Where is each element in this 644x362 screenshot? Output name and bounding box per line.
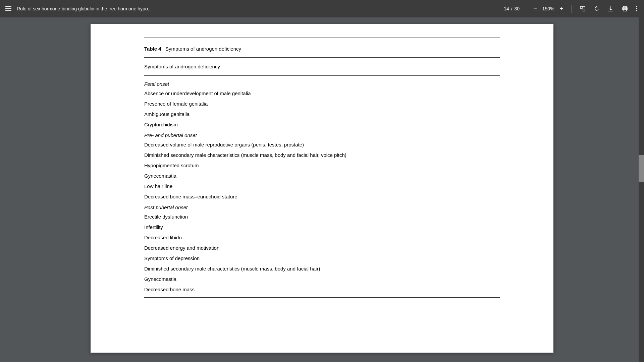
page-separator: / — [511, 6, 513, 11]
table-label: Table 4 — [144, 46, 161, 52]
list-item: Decreased bone mass–eunuchoid stature — [144, 191, 500, 202]
section-heading-post-pubertal: Post pubertal onset — [144, 202, 500, 212]
list-item: Gynecomastia — [144, 171, 500, 181]
toolbar: Role of sex hormone-binding globulin in … — [0, 0, 644, 17]
list-item: Hypopigmented scrotum — [144, 160, 500, 171]
print-button[interactable] — [619, 4, 631, 13]
list-item: Symptoms of depression — [144, 253, 500, 263]
svg-point-10 — [636, 6, 637, 7]
list-item: Presence of female genitalia — [144, 99, 500, 109]
svg-rect-7 — [623, 9, 627, 11]
document-title: Role of sex hormone-binding globulin in … — [17, 6, 500, 11]
svg-rect-1 — [583, 9, 585, 11]
svg-point-11 — [636, 8, 637, 9]
more-options-button[interactable] — [633, 4, 640, 13]
svg-marker-4 — [596, 6, 598, 7]
table-title-text: Symptoms of androgen deficiency — [165, 46, 241, 52]
menu-icon[interactable] — [4, 5, 13, 12]
list-item: Decreased bone mass — [144, 284, 500, 295]
zoom-in-button[interactable]: + — [557, 4, 566, 14]
top-divider — [144, 38, 500, 38]
separator-1 — [525, 5, 525, 13]
fit-page-button[interactable] — [577, 4, 588, 13]
zoom-out-button[interactable]: − — [531, 4, 540, 14]
list-item: Ambiguous genitalia — [144, 109, 500, 119]
list-item: Decreased energy and motivation — [144, 243, 500, 253]
svg-point-9 — [626, 8, 627, 9]
header-text: Symptoms of androgen deficiency — [144, 61, 500, 72]
list-item: Gynecomastia — [144, 274, 500, 284]
scrollbar-thumb[interactable] — [639, 155, 644, 182]
list-item: Infertility — [144, 222, 500, 232]
page-current: 14 — [504, 6, 509, 11]
list-item: Low hair line — [144, 181, 500, 191]
list-item: Erectile dysfunction — [144, 212, 500, 222]
pdf-page: Table 4 Symptoms of androgen deficiency … — [91, 24, 553, 353]
page-navigation: 14 / 30 — [504, 6, 520, 11]
list-item: Cryptorchidism — [144, 119, 500, 130]
table-body: Fetal onset Absence or underdevelopment … — [144, 76, 500, 297]
data-table: Symptoms of androgen deficiency Fetal on… — [144, 57, 500, 298]
section-heading-fetal: Fetal onset — [144, 78, 500, 88]
list-item: Decreased libido — [144, 232, 500, 243]
page-total: 30 — [515, 6, 520, 11]
rotate-button[interactable] — [591, 4, 602, 13]
right-scrollbar[interactable] — [639, 17, 644, 362]
toolbar-right-actions — [577, 4, 640, 13]
zoom-controls: − 150% + — [531, 4, 566, 14]
zoom-level: 150% — [542, 6, 554, 11]
main-content: Table 4 Symptoms of androgen deficiency … — [0, 17, 644, 362]
section-heading-pubertal: Pre- and pubertal onset — [144, 130, 500, 139]
list-item: Diminished secondary male characteristic… — [144, 263, 500, 274]
list-item: Diminished secondary male characteristic… — [144, 150, 500, 160]
table-header: Symptoms of androgen deficiency — [144, 58, 500, 76]
table-title-row: Table 4 Symptoms of androgen deficiency — [144, 46, 500, 52]
list-item: Decreased volume of male reproductive or… — [144, 139, 500, 150]
svg-rect-0 — [580, 6, 582, 8]
separator-2 — [571, 5, 572, 13]
download-button[interactable] — [605, 4, 616, 13]
svg-point-12 — [636, 10, 637, 11]
svg-rect-6 — [623, 6, 627, 8]
list-item: Absence or underdevelopment of male geni… — [144, 88, 500, 99]
